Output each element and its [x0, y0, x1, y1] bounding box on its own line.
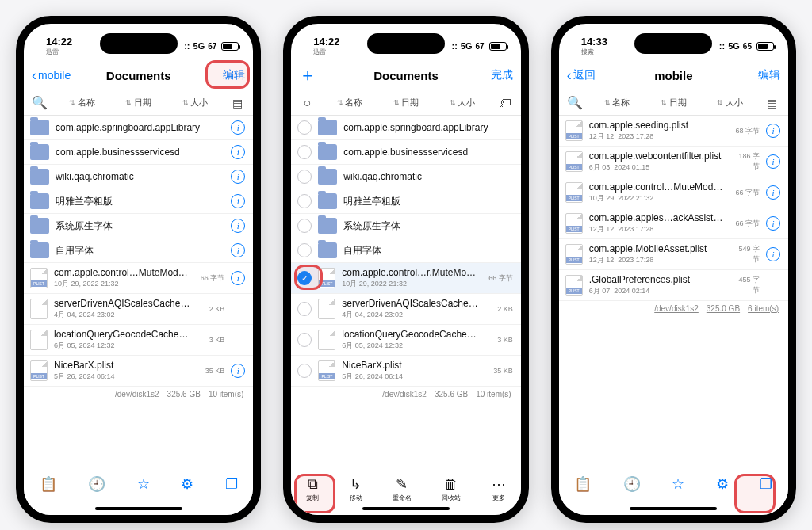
tab-star-button[interactable]: ☆: [672, 476, 684, 492]
select-checkbox[interactable]: ✓: [297, 271, 312, 285]
info-button[interactable]: i: [766, 185, 780, 200]
file-row[interactable]: com.apple.apples…ackAssistant.plist 12月 …: [559, 208, 788, 239]
select-checkbox[interactable]: [297, 219, 312, 233]
item-count[interactable]: 10 item(s): [476, 390, 511, 398]
search-icon[interactable]: 🔍: [565, 95, 584, 110]
select-checkbox[interactable]: [297, 170, 312, 184]
file-row[interactable]: serverDrivenAQIScalesCacheFolder 4月 04, …: [291, 294, 520, 325]
file-row[interactable]: com.apple.springboard.appLibrary i: [24, 116, 253, 140]
file-row[interactable]: serverDrivenAQIScalesCacheFolder 4月 04, …: [24, 294, 253, 325]
sort-column[interactable]: 大小: [182, 97, 209, 109]
file-list[interactable]: com.apple.seeding.plist 12月 12, 2023 17:…: [559, 116, 788, 477]
layout-toggle-icon[interactable]: ▤: [228, 97, 247, 109]
select-checkbox[interactable]: [297, 333, 312, 347]
file-row[interactable]: 明雅兰亭粗版 i: [24, 189, 253, 214]
back-button[interactable]: ‹mobile: [32, 67, 73, 84]
info-button[interactable]: i: [231, 219, 245, 233]
info-button[interactable]: i: [231, 194, 245, 208]
free-space[interactable]: 325.6 GB: [435, 390, 468, 398]
layout-toggle-icon[interactable]: ▤: [763, 97, 782, 109]
file-row[interactable]: locationQueryGeocodeCacheFolder 6月 05, 2…: [24, 325, 253, 356]
tab-windows-button[interactable]: ❐: [760, 476, 772, 492]
mount-path[interactable]: /dev/disk1s2: [382, 390, 427, 398]
info-button[interactable]: i: [766, 124, 780, 138]
search-icon[interactable]: 🔍: [30, 95, 49, 110]
file-row[interactable]: locationQueryGeocodeCacheFolder 6月 05, 2…: [291, 325, 520, 356]
info-button[interactable]: i: [231, 170, 245, 184]
item-count[interactable]: 6 item(s): [748, 304, 779, 313]
file-row[interactable]: 明雅兰亭粗版: [291, 189, 520, 214]
file-row[interactable]: 自用字体: [291, 238, 520, 263]
file-row[interactable]: NiceBarX.plist 5月 26, 2024 06:14 35 KB i: [24, 356, 253, 387]
free-space[interactable]: 325.0 GB: [707, 304, 740, 313]
file-row[interactable]: wiki.qaq.chromatic i: [24, 165, 253, 189]
info-button[interactable]: i: [231, 364, 245, 378]
sort-column[interactable]: 日期: [661, 97, 687, 109]
tab-star-button[interactable]: ☆: [137, 476, 150, 492]
folder-icon: [30, 120, 49, 135]
info-button[interactable]: i: [231, 120, 245, 135]
tab-clipboard-button[interactable]: 📋: [40, 476, 57, 492]
page-title: mobile: [654, 69, 692, 82]
info-button[interactable]: i: [766, 154, 780, 169]
toolbar-more-button[interactable]: ⋯更多: [492, 476, 506, 502]
file-row[interactable]: com.apple.control…MuteModule.plist 10月 2…: [24, 263, 253, 294]
tab-windows-button[interactable]: ❐: [225, 476, 238, 492]
back-button[interactable]: ‹返回: [567, 67, 608, 84]
file-row[interactable]: com.apple.businessservicesd i: [24, 140, 253, 165]
info-button[interactable]: i: [231, 145, 245, 159]
file-meta: com.apple.businessservicesd: [56, 147, 224, 158]
sort-column[interactable]: 名称: [337, 97, 363, 109]
file-row[interactable]: ✓ com.apple.control…r.MuteModule.plist 1…: [291, 263, 520, 294]
info-button[interactable]: i: [231, 243, 245, 257]
sort-column[interactable]: 日期: [125, 97, 151, 109]
sort-column[interactable]: 名称: [69, 97, 95, 109]
info-button[interactable]: i: [766, 247, 780, 261]
info-button[interactable]: i: [766, 216, 780, 231]
file-row[interactable]: com.apple.webcontentfilter.plist 6月 03, …: [559, 147, 788, 177]
select-all-icon[interactable]: ○: [297, 96, 316, 110]
nav-action-button[interactable]: 编辑: [204, 68, 245, 82]
file-row[interactable]: wiki.qaq.chromatic: [291, 165, 520, 189]
toolbar-trash-button[interactable]: 🗑回收站: [442, 476, 461, 502]
select-checkbox[interactable]: [297, 120, 312, 135]
file-row[interactable]: com.apple.businessservicesd: [291, 140, 520, 165]
sort-column[interactable]: 日期: [393, 97, 419, 109]
toolbar-rename-button[interactable]: ✎重命名: [393, 476, 412, 502]
select-checkbox[interactable]: [297, 302, 312, 316]
select-checkbox[interactable]: [297, 364, 312, 378]
sort-column[interactable]: 大小: [717, 97, 743, 109]
tab-clock-button[interactable]: 🕘: [88, 476, 105, 492]
mount-path[interactable]: /dev/disk1s2: [115, 390, 159, 398]
file-row[interactable]: NiceBarX.plist 5月 26, 2024 06:14 35 KB: [291, 356, 520, 387]
tab-clock-button[interactable]: 🕘: [623, 476, 641, 492]
tab-gear-button[interactable]: ⚙︎: [181, 476, 193, 492]
file-row[interactable]: com.apple.springboard.appLibrary: [291, 116, 520, 140]
file-row[interactable]: 系统原生字体: [291, 214, 520, 238]
file-row[interactable]: 系统原生字体 i: [24, 214, 253, 238]
file-row[interactable]: .GlobalPreferences.plist 6月 07, 2024 02:…: [559, 270, 788, 301]
file-row[interactable]: 自用字体 i: [24, 238, 253, 263]
sort-column[interactable]: 名称: [604, 97, 630, 109]
select-checkbox[interactable]: [297, 243, 312, 257]
add-button[interactable]: ＋: [299, 63, 340, 87]
file-row[interactable]: com.apple.control…MuteModule.plist 10月 2…: [559, 177, 788, 208]
file-row[interactable]: com.apple.seeding.plist 12月 12, 2023 17:…: [559, 116, 788, 147]
sort-column[interactable]: 大小: [450, 97, 476, 109]
file-list[interactable]: com.apple.springboard.appLibrary i com.a…: [24, 116, 253, 477]
toolbar-move-button[interactable]: ↳移动: [350, 476, 362, 502]
free-space[interactable]: 325.6 GB: [167, 390, 201, 398]
toolbar-copy-button[interactable]: ⧉复制: [306, 476, 319, 502]
tag-icon[interactable]: 🏷: [496, 96, 515, 110]
nav-action-button[interactable]: 编辑: [739, 68, 780, 82]
select-checkbox[interactable]: [297, 145, 312, 159]
tab-gear-button[interactable]: ⚙︎: [716, 476, 729, 492]
select-checkbox[interactable]: [297, 194, 312, 208]
tab-clipboard-button[interactable]: 📋: [574, 476, 592, 492]
file-row[interactable]: com.apple.MobileAsset.plist 12月 12, 2023…: [559, 239, 788, 270]
mount-path[interactable]: /dev/disk1s2: [654, 304, 699, 313]
info-button[interactable]: i: [231, 271, 245, 285]
file-list[interactable]: com.apple.springboard.appLibrary com.app…: [291, 116, 520, 477]
item-count[interactable]: 10 item(s): [209, 390, 243, 398]
nav-action-button[interactable]: 完成: [472, 68, 513, 82]
